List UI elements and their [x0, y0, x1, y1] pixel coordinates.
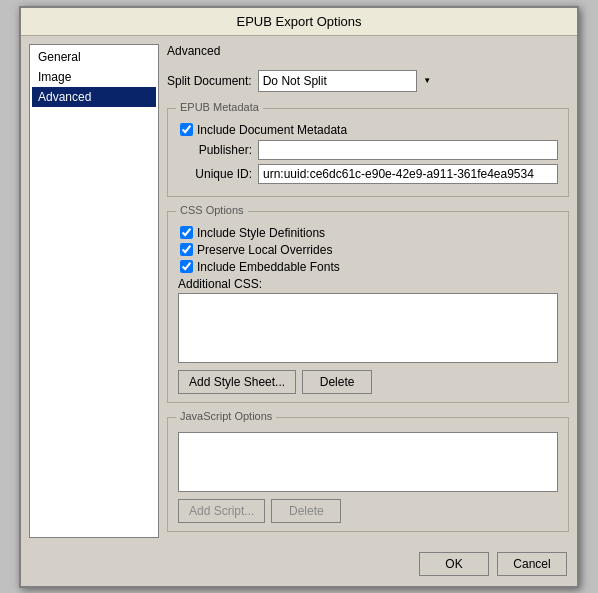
include-metadata-row: Include Document Metadata	[180, 123, 558, 137]
sidebar-item-advanced[interactable]: Advanced	[32, 87, 156, 107]
sidebar: General Image Advanced	[29, 44, 159, 538]
include-style-definitions-checkbox[interactable]	[180, 226, 193, 239]
js-button-row: Add Script... Delete	[178, 499, 558, 523]
preserve-local-overrides-label: Preserve Local Overrides	[197, 243, 332, 257]
section-label: Advanced	[167, 44, 569, 58]
additional-css-textarea[interactable]	[178, 293, 558, 363]
css-button-row: Add Style Sheet... Delete	[178, 370, 558, 394]
javascript-options-group: JavaScript Options Add Script... Delete	[167, 417, 569, 532]
split-document-row: Split Document: Do Not Split Based on Pa…	[167, 70, 569, 92]
javascript-options-title: JavaScript Options	[176, 410, 276, 422]
additional-css-label: Additional CSS:	[178, 277, 558, 291]
unique-id-row: Unique ID:	[178, 164, 558, 184]
unique-id-label: Unique ID:	[178, 167, 258, 181]
sidebar-item-image[interactable]: Image	[32, 67, 156, 87]
include-metadata-label: Include Document Metadata	[197, 123, 347, 137]
preserve-local-overrides-checkbox[interactable]	[180, 243, 193, 256]
epub-metadata-group: EPUB Metadata Include Document Metadata …	[167, 108, 569, 197]
add-script-button[interactable]: Add Script...	[178, 499, 265, 523]
include-style-definitions-row: Include Style Definitions	[180, 226, 558, 240]
publisher-input[interactable]	[258, 140, 558, 160]
js-delete-button[interactable]: Delete	[271, 499, 341, 523]
ok-button[interactable]: OK	[419, 552, 489, 576]
css-options-title: CSS Options	[176, 204, 248, 216]
css-options-group: CSS Options Include Style Definitions Pr…	[167, 211, 569, 403]
css-delete-button[interactable]: Delete	[302, 370, 372, 394]
add-stylesheet-button[interactable]: Add Style Sheet...	[178, 370, 296, 394]
include-embeddable-fonts-label: Include Embeddable Fonts	[197, 260, 340, 274]
split-document-select[interactable]: Do Not Split Based on Paragraph Style Ba…	[258, 70, 438, 92]
epub-export-dialog: EPUB Export Options General Image Advanc…	[19, 6, 579, 588]
include-metadata-checkbox[interactable]	[180, 123, 193, 136]
publisher-row: Publisher:	[178, 140, 558, 160]
include-embeddable-fonts-checkbox[interactable]	[180, 260, 193, 273]
split-document-select-wrapper: Do Not Split Based on Paragraph Style Ba…	[258, 70, 438, 92]
unique-id-input[interactable]	[258, 164, 558, 184]
cancel-button[interactable]: Cancel	[497, 552, 567, 576]
dialog-title: EPUB Export Options	[21, 8, 577, 36]
split-document-label: Split Document:	[167, 74, 252, 88]
include-style-definitions-label: Include Style Definitions	[197, 226, 325, 240]
preserve-local-overrides-row: Preserve Local Overrides	[180, 243, 558, 257]
sidebar-item-general[interactable]: General	[32, 47, 156, 67]
epub-metadata-title: EPUB Metadata	[176, 101, 263, 113]
dialog-footer: OK Cancel	[21, 546, 577, 586]
main-content: Advanced Split Document: Do Not Split Ba…	[167, 44, 569, 538]
publisher-label: Publisher:	[178, 143, 258, 157]
include-embeddable-fonts-row: Include Embeddable Fonts	[180, 260, 558, 274]
javascript-textarea[interactable]	[178, 432, 558, 492]
